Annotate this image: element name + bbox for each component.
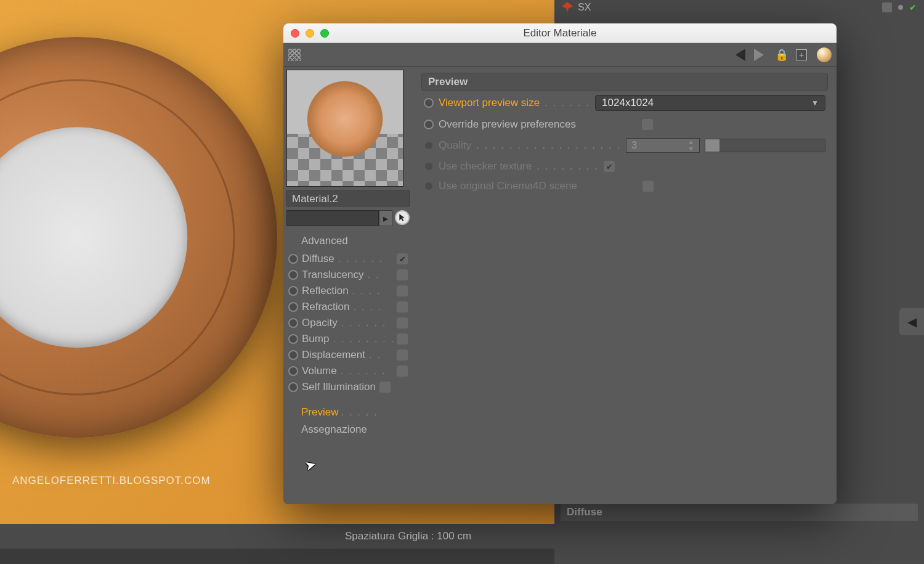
cursor-arrow-icon bbox=[398, 213, 407, 222]
watermark-text: ANGELOFERRETTI.BLOGSPOT.COM bbox=[12, 475, 211, 487]
channel-checkbox[interactable] bbox=[397, 366, 408, 377]
chevron-down-icon: ▼ bbox=[811, 99, 819, 107]
add-icon[interactable]: + bbox=[796, 49, 807, 60]
channel-group-header[interactable]: Advanced bbox=[286, 232, 410, 251]
channel-diffuse[interactable]: Diffuse . . . . . . bbox=[286, 251, 410, 267]
channel-checkbox[interactable] bbox=[397, 301, 408, 313]
grid-icon[interactable] bbox=[288, 49, 301, 61]
override-checkbox[interactable] bbox=[642, 119, 653, 130]
channel-translucency[interactable]: Translucency . . bbox=[286, 267, 410, 283]
row-original-scene: Use original Cinema4D scene bbox=[421, 176, 828, 196]
window-toolbar: 🔒 + bbox=[283, 43, 837, 67]
channel-sidebar: Material.2 ▸ Advanced Diffuse . . . . . … bbox=[283, 67, 413, 504]
radio-icon[interactable] bbox=[424, 120, 434, 129]
stepper-icon[interactable]: ▲▼ bbox=[687, 139, 694, 152]
window-title: Editor Materiale bbox=[283, 27, 837, 39]
properties-panel: Preview Viewport preview size . . . . . … bbox=[413, 67, 837, 504]
radio-icon[interactable] bbox=[288, 254, 298, 264]
shader-menu-button[interactable]: ▸ bbox=[379, 210, 392, 226]
origscene-checkbox[interactable] bbox=[642, 181, 654, 192]
quality-slider[interactable] bbox=[705, 139, 825, 152]
radio-icon[interactable] bbox=[288, 270, 298, 280]
row-override-preferences: Override preview preferences bbox=[421, 115, 828, 134]
row-viewport-preview-size: Viewport preview size . . . . . . 1024x1… bbox=[421, 91, 828, 115]
nav-back-icon[interactable] bbox=[736, 49, 745, 61]
material-name-input[interactable]: Material.2 bbox=[286, 190, 410, 206]
nav-preview[interactable]: Preview . . . . . bbox=[301, 404, 410, 421]
channel-displacement[interactable]: Displacement . . bbox=[286, 347, 410, 363]
channel-opacity[interactable]: Opacity . . . . . . bbox=[286, 315, 410, 331]
viewport-size-dropdown[interactable]: 1024x1024 ▼ bbox=[595, 95, 825, 111]
radio-icon[interactable] bbox=[424, 98, 434, 108]
radio-icon bbox=[424, 161, 434, 171]
status-bar: Spaziatura Griglia : 100 cm bbox=[0, 524, 924, 549]
channel-checkbox[interactable] bbox=[397, 349, 408, 361]
channel-checkbox[interactable] bbox=[397, 269, 408, 280]
section-title-diffuse[interactable]: Diffuse bbox=[561, 504, 918, 521]
channel-reflection[interactable]: Reflection . . . . bbox=[286, 283, 410, 299]
radio-icon[interactable] bbox=[288, 334, 298, 344]
picker-button[interactable] bbox=[395, 210, 410, 225]
material-preview[interactable] bbox=[286, 70, 403, 187]
channel-checkbox[interactable] bbox=[397, 253, 408, 264]
channel-selfillumination[interactable]: Self Illumination bbox=[286, 379, 410, 395]
radio-icon[interactable] bbox=[288, 302, 298, 312]
channel-bump[interactable]: Bump . . . . . . . . bbox=[286, 331, 410, 347]
radio-icon[interactable] bbox=[288, 366, 298, 376]
channel-checkbox[interactable] bbox=[379, 382, 391, 393]
panel-collapse-arrow[interactable]: ◀ bbox=[899, 308, 924, 335]
section-title-preview: Preview bbox=[421, 73, 828, 91]
radio-icon[interactable] bbox=[288, 382, 298, 392]
scene-row[interactable]: SX ✔ bbox=[554, 0, 924, 15]
layer-dot-icon[interactable] bbox=[898, 5, 903, 10]
lock-icon[interactable]: 🔒 bbox=[775, 48, 788, 62]
channel-volume[interactable]: Volume . . . . . . bbox=[286, 363, 410, 379]
check-icon: ✔ bbox=[909, 2, 917, 12]
rendered-object bbox=[0, 37, 277, 438]
window-titlebar[interactable]: Editor Materiale bbox=[283, 23, 837, 43]
material-editor-window: Editor Materiale 🔒 + Material.2 ▸ Advanc… bbox=[283, 23, 837, 504]
layer-visibility-icon[interactable] bbox=[882, 2, 892, 12]
channel-checkbox[interactable] bbox=[397, 285, 408, 296]
radio-icon[interactable] bbox=[288, 318, 298, 328]
shader-field[interactable] bbox=[286, 210, 379, 226]
status-text: Spaziatura Griglia : 100 cm bbox=[345, 530, 471, 542]
radio-icon bbox=[424, 141, 434, 150]
row-quality: Quality . . . . . . . . . . . . . . . . … bbox=[421, 134, 828, 157]
radio-icon bbox=[424, 181, 434, 191]
scene-item-label: SX bbox=[578, 2, 591, 13]
nav-forward-icon[interactable] bbox=[754, 49, 764, 61]
radio-icon[interactable] bbox=[288, 350, 298, 360]
checker-checkbox[interactable] bbox=[604, 161, 615, 172]
material-ball-icon[interactable] bbox=[817, 47, 832, 62]
channel-refraction[interactable]: Refraction . . . . bbox=[286, 299, 410, 315]
nav-assegnazione[interactable]: Assegnazione bbox=[301, 421, 410, 438]
channel-checkbox[interactable] bbox=[397, 333, 408, 345]
quality-number-input[interactable]: 3 ▲▼ bbox=[626, 138, 700, 153]
radio-icon[interactable] bbox=[288, 286, 298, 296]
channel-checkbox[interactable] bbox=[397, 317, 408, 329]
row-checker-texture: Use checker texture . . . . . . . . bbox=[421, 157, 828, 176]
pin-icon bbox=[562, 2, 573, 13]
